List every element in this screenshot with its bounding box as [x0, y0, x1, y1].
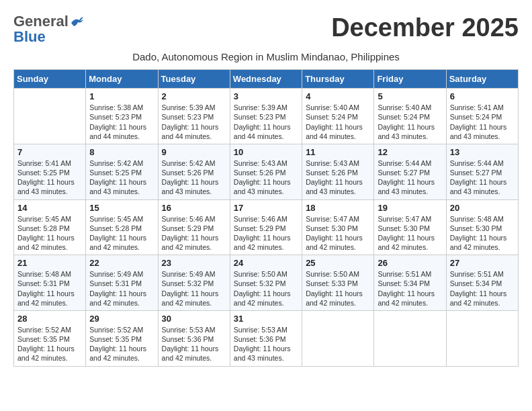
table-cell: 10 Sunrise: 5:43 AM Sunset: 5:26 PM Dayl… — [230, 144, 302, 199]
day-number: 13 — [450, 147, 515, 157]
day-number: 9 — [162, 147, 226, 157]
header-tuesday: Tuesday — [158, 70, 230, 89]
header-wednesday: Wednesday — [230, 70, 302, 89]
daylight-text: Daylight: 11 hours and 44 minutes. — [89, 123, 146, 140]
sunset-text: Sunset: 5:23 PM — [89, 113, 142, 121]
sunrise-text: Sunrise: 5:51 AM — [378, 270, 431, 278]
daylight-text: Daylight: 11 hours and 42 minutes. — [378, 234, 435, 251]
daylight-text: Daylight: 11 hours and 42 minutes. — [17, 234, 75, 251]
table-cell: 17 Sunrise: 5:46 AM Sunset: 5:29 PM Dayl… — [230, 199, 302, 255]
table-cell: 16 Sunrise: 5:46 AM Sunset: 5:29 PM Dayl… — [158, 199, 230, 255]
day-number: 4 — [306, 91, 370, 101]
page-container: General Blue December 2025 Dado, Autonom… — [13, 13, 519, 367]
sunrise-text: Sunrise: 5:53 AM — [162, 326, 216, 334]
sunrise-text: Sunrise: 5:51 AM — [450, 270, 504, 278]
daylight-text: Daylight: 11 hours and 42 minutes. — [378, 289, 435, 307]
sunset-text: Sunset: 5:32 PM — [234, 279, 286, 287]
header-saturday: Saturday — [446, 70, 518, 89]
sunrise-text: Sunrise: 5:52 AM — [89, 326, 143, 334]
month-title: December 2025 — [331, 13, 519, 42]
day-number: 19 — [378, 203, 442, 213]
sunset-text: Sunset: 5:23 PM — [162, 113, 214, 121]
daylight-text: Daylight: 11 hours and 43 minutes. — [450, 123, 507, 140]
sunset-text: Sunset: 5:30 PM — [450, 224, 502, 232]
daylight-text: Daylight: 11 hours and 43 minutes. — [450, 178, 507, 195]
day-number: 3 — [234, 91, 298, 101]
table-cell: 24 Sunrise: 5:50 AM Sunset: 5:32 PM Dayl… — [230, 255, 302, 311]
sunset-text: Sunset: 5:28 PM — [89, 224, 142, 232]
table-cell: 11 Sunrise: 5:43 AM Sunset: 5:26 PM Dayl… — [302, 144, 374, 199]
daylight-text: Daylight: 11 hours and 42 minutes. — [89, 234, 146, 251]
logo-bird-icon — [70, 16, 85, 28]
sunrise-text: Sunrise: 5:50 AM — [306, 270, 359, 278]
day-number: 27 — [450, 258, 515, 268]
sunrise-text: Sunrise: 5:48 AM — [450, 215, 504, 223]
table-cell: 3 Sunrise: 5:39 AM Sunset: 5:23 PM Dayli… — [230, 89, 302, 144]
daylight-text: Daylight: 11 hours and 42 minutes. — [17, 345, 75, 362]
table-cell: 22 Sunrise: 5:49 AM Sunset: 5:31 PM Dayl… — [86, 255, 158, 311]
sunset-text: Sunset: 5:29 PM — [162, 224, 214, 232]
day-number: 20 — [450, 203, 515, 213]
daylight-text: Daylight: 11 hours and 42 minutes. — [450, 289, 507, 307]
calendar-subtitle: Dado, Autonomous Region in Muslim Mindan… — [13, 51, 519, 62]
daylight-text: Daylight: 11 hours and 42 minutes. — [89, 289, 146, 307]
table-cell: 26 Sunrise: 5:51 AM Sunset: 5:34 PM Dayl… — [374, 255, 446, 311]
day-number: 22 — [89, 258, 154, 268]
logo-general: General — [13, 13, 69, 30]
table-cell: 18 Sunrise: 5:47 AM Sunset: 5:30 PM Dayl… — [302, 199, 374, 255]
sunrise-text: Sunrise: 5:38 AM — [89, 103, 143, 111]
sunrise-text: Sunrise: 5:40 AM — [306, 103, 359, 111]
day-number: 17 — [234, 203, 298, 213]
table-cell: 21 Sunrise: 5:48 AM Sunset: 5:31 PM Dayl… — [14, 255, 86, 311]
sunset-text: Sunset: 5:30 PM — [378, 224, 430, 232]
sunrise-text: Sunrise: 5:50 AM — [234, 270, 287, 278]
daylight-text: Daylight: 11 hours and 43 minutes. — [162, 178, 219, 195]
sunset-text: Sunset: 5:36 PM — [234, 335, 286, 343]
sunset-text: Sunset: 5:24 PM — [378, 113, 430, 121]
sunrise-text: Sunrise: 5:39 AM — [162, 103, 216, 111]
week-row-1: 1 Sunrise: 5:38 AM Sunset: 5:23 PM Dayli… — [14, 89, 519, 144]
day-number: 30 — [162, 314, 226, 324]
day-number: 29 — [89, 314, 154, 324]
sunset-text: Sunset: 5:27 PM — [378, 169, 430, 177]
daylight-text: Daylight: 11 hours and 44 minutes. — [234, 123, 291, 140]
sunset-text: Sunset: 5:26 PM — [234, 169, 286, 177]
sunrise-text: Sunrise: 5:47 AM — [378, 215, 431, 223]
daylight-text: Daylight: 11 hours and 43 minutes. — [234, 345, 291, 362]
calendar-table: Sunday Monday Tuesday Wednesday Thursday… — [13, 69, 519, 366]
table-cell: 7 Sunrise: 5:41 AM Sunset: 5:25 PM Dayli… — [14, 144, 86, 199]
day-number: 26 — [378, 258, 442, 268]
sunset-text: Sunset: 5:34 PM — [450, 279, 502, 287]
day-number: 8 — [89, 147, 154, 157]
day-number: 14 — [17, 203, 82, 213]
day-number: 15 — [89, 203, 154, 213]
table-cell: 30 Sunrise: 5:53 AM Sunset: 5:36 PM Dayl… — [158, 310, 230, 366]
header-thursday: Thursday — [302, 70, 374, 89]
header-monday: Monday — [86, 70, 158, 89]
sunrise-text: Sunrise: 5:42 AM — [162, 159, 216, 167]
header: General Blue December 2025 — [13, 13, 519, 46]
table-cell: 20 Sunrise: 5:48 AM Sunset: 5:30 PM Dayl… — [446, 199, 518, 255]
day-number: 11 — [306, 147, 370, 157]
day-number: 25 — [306, 258, 370, 268]
table-cell — [446, 310, 518, 366]
sunrise-text: Sunrise: 5:46 AM — [234, 215, 287, 223]
sunrise-text: Sunrise: 5:45 AM — [17, 215, 71, 223]
sunrise-text: Sunrise: 5:44 AM — [450, 159, 504, 167]
sunrise-text: Sunrise: 5:43 AM — [234, 159, 287, 167]
sunrise-text: Sunrise: 5:45 AM — [89, 215, 143, 223]
logo-area: General Blue — [13, 13, 85, 46]
daylight-text: Daylight: 11 hours and 42 minutes. — [306, 289, 363, 307]
sunrise-text: Sunrise: 5:44 AM — [378, 159, 431, 167]
day-number: 23 — [162, 258, 226, 268]
table-cell: 8 Sunrise: 5:42 AM Sunset: 5:25 PM Dayli… — [86, 144, 158, 199]
table-cell — [14, 89, 86, 144]
daylight-text: Daylight: 11 hours and 43 minutes. — [306, 178, 363, 195]
daylight-text: Daylight: 11 hours and 43 minutes. — [378, 123, 435, 140]
sunrise-text: Sunrise: 5:49 AM — [162, 270, 216, 278]
table-cell: 13 Sunrise: 5:44 AM Sunset: 5:27 PM Dayl… — [446, 144, 518, 199]
header-sunday: Sunday — [14, 70, 86, 89]
sunset-text: Sunset: 5:25 PM — [89, 169, 142, 177]
daylight-text: Daylight: 11 hours and 42 minutes. — [162, 234, 219, 251]
sunset-text: Sunset: 5:35 PM — [17, 335, 70, 343]
